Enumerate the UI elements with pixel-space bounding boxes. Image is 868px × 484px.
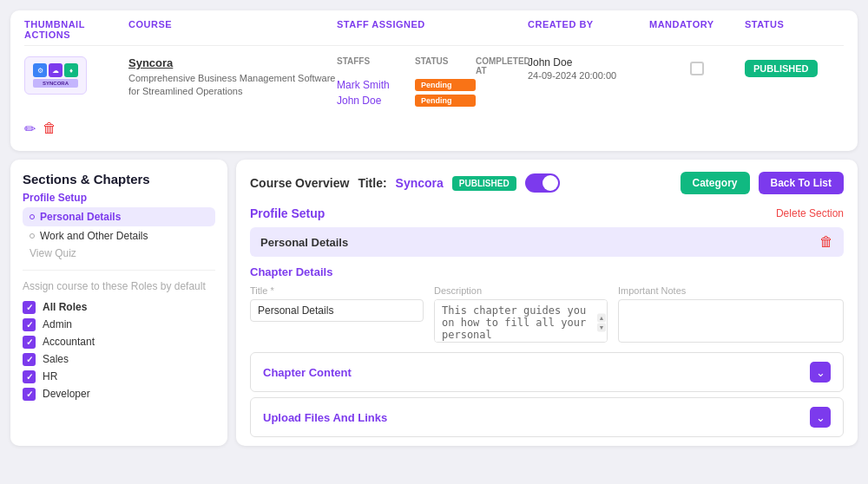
description-field: Description This chapter guides you on h… bbox=[434, 285, 608, 345]
course-description: Comprehensive Business Management Softwa… bbox=[128, 72, 337, 99]
assign-roles-section: Assign course to these Roles by default … bbox=[23, 270, 215, 405]
checkbox-accountant[interactable]: ✓ bbox=[23, 336, 36, 349]
view-quiz-link[interactable]: View Quiz bbox=[23, 247, 215, 259]
left-panel: Sections & Chapters Profile Setup Person… bbox=[10, 160, 227, 446]
created-by-name: John Doe bbox=[528, 56, 649, 69]
created-by-date: 24-09-2024 20:00:00 bbox=[528, 70, 649, 81]
description-textarea[interactable]: This chapter guides you on how to fill a… bbox=[434, 299, 608, 343]
header-mandatory: MANDATORY bbox=[649, 19, 745, 29]
publish-toggle[interactable] bbox=[525, 173, 560, 193]
mandatory-checkbox[interactable] bbox=[690, 62, 704, 75]
staff-link-mark[interactable]: Mark Smith bbox=[337, 79, 415, 91]
personal-details-block: Personal Details 🗑 bbox=[250, 227, 844, 257]
header-actions: ACTIONS bbox=[24, 29, 128, 40]
accordion-chapter-content-chevron: ⌄ bbox=[810, 362, 831, 383]
staff-link-john[interactable]: John Doe bbox=[337, 95, 415, 107]
thumb-icon-1: ⚙ bbox=[33, 63, 47, 77]
back-to-list-button[interactable]: Back To List bbox=[759, 172, 844, 194]
profile-setup-section-title: Profile Setup bbox=[250, 206, 325, 220]
accordion-upload-files-chevron: ⌄ bbox=[810, 407, 831, 428]
bottom-section: Sections & Chapters Profile Setup Person… bbox=[10, 160, 858, 446]
role-accountant-label: Accountant bbox=[43, 336, 95, 348]
role-hr-label: HR bbox=[43, 370, 57, 383]
role-admin-label: Admin bbox=[43, 318, 72, 330]
description-wrapper: This chapter guides you on how to fill a… bbox=[434, 299, 608, 345]
scroll-indicator: ▲ ▼ bbox=[597, 313, 606, 331]
toggle-knob bbox=[542, 175, 558, 191]
chapter-personal-label: Personal Details bbox=[40, 211, 121, 223]
role-developer: ✓ Developer bbox=[23, 388, 215, 401]
personal-details-title: Personal Details bbox=[260, 236, 348, 249]
notes-textarea[interactable] bbox=[618, 299, 844, 343]
delete-icon[interactable]: 🗑 bbox=[43, 121, 56, 136]
checkbox-developer[interactable]: ✓ bbox=[23, 388, 36, 401]
course-overview-label: Course Overview bbox=[250, 176, 349, 190]
status-cell: PUBLISHED bbox=[745, 53, 814, 81]
role-developer-label: Developer bbox=[43, 388, 90, 400]
role-sales-label: Sales bbox=[43, 353, 69, 365]
checkbox-all-roles[interactable]: ✓ bbox=[23, 301, 36, 314]
staff-row-1: Mark Smith Pending bbox=[337, 79, 528, 91]
profile-setup-section: Profile Setup Delete Section bbox=[250, 206, 844, 220]
staff-sub-header: STAFFS STATUS COMPLETED AT bbox=[337, 56, 528, 75]
sections-title: Sections & Chapters bbox=[23, 172, 215, 186]
scroll-down-btn[interactable]: ▼ bbox=[597, 323, 606, 331]
staff-cell: STAFFS STATUS COMPLETED AT Mark Smith Pe… bbox=[337, 53, 528, 114]
right-panel: Course Overview Title: Syncora PUBLISHED… bbox=[236, 160, 858, 446]
title-label: Title: bbox=[358, 176, 386, 190]
sections-chapters-block: Sections & Chapters Profile Setup Person… bbox=[23, 172, 215, 259]
role-admin: ✓ Admin bbox=[23, 318, 215, 331]
role-all-roles: ✓ All Roles bbox=[23, 301, 215, 314]
chapter-personal-details[interactable]: Personal Details bbox=[23, 207, 215, 226]
accordion-upload-files[interactable]: Upload Files And Links ⌄ bbox=[250, 397, 844, 437]
chapter-details-section: Chapter Details Title * Description This… bbox=[250, 265, 844, 345]
header-created-by: CREATED BY bbox=[528, 19, 649, 29]
delete-section-link[interactable]: Delete Section bbox=[776, 207, 844, 219]
staff-row-2: John Doe Pending bbox=[337, 95, 528, 107]
description-field-label: Description bbox=[434, 285, 608, 296]
staff-col-staffs: STAFFS bbox=[337, 56, 415, 75]
course-name[interactable]: Syncora bbox=[128, 56, 337, 69]
course-thumbnail: ⚙ ☁ ♦ SYNCORA bbox=[24, 56, 87, 95]
assign-roles-title: Assign course to these Roles by default bbox=[23, 279, 215, 294]
notes-field-label: Important Notes bbox=[618, 285, 844, 296]
created-by-cell: John Doe 24-09-2024 20:00:00 bbox=[528, 53, 649, 84]
scroll-up-btn[interactable]: ▲ bbox=[597, 313, 606, 322]
table-header: THUMBNAIL COURSE STAFF ASSIGNED CREATED … bbox=[24, 19, 844, 46]
chapter-dot-empty bbox=[30, 233, 35, 239]
personal-details-delete-icon[interactable]: 🗑 bbox=[819, 234, 833, 250]
edit-icon[interactable]: ✏ bbox=[24, 121, 36, 137]
category-button[interactable]: Category bbox=[681, 172, 750, 194]
course-table: THUMBNAIL COURSE STAFF ASSIGNED CREATED … bbox=[10, 10, 858, 151]
role-sales: ✓ Sales bbox=[23, 353, 215, 366]
checkbox-admin[interactable]: ✓ bbox=[23, 318, 36, 331]
header-thumbnail: THUMBNAIL bbox=[24, 19, 128, 29]
mandatory-cell bbox=[649, 53, 745, 79]
status-badge: PUBLISHED bbox=[745, 60, 818, 77]
chapter-dot-active bbox=[30, 214, 35, 219]
role-accountant: ✓ Accountant bbox=[23, 336, 215, 349]
course-title-value: Syncora bbox=[396, 176, 444, 190]
checkbox-hr[interactable]: ✓ bbox=[23, 370, 36, 383]
table-row: ⚙ ☁ ♦ SYNCORA Syncora Comprehensive Busi… bbox=[24, 53, 844, 141]
profile-setup-label[interactable]: Profile Setup bbox=[23, 192, 215, 204]
header-status: STATUS bbox=[745, 19, 814, 29]
thumb-icon-3: ♦ bbox=[64, 63, 78, 77]
thumb-icon-2: ☁ bbox=[49, 63, 62, 77]
header-course: COURSE bbox=[128, 19, 337, 29]
published-badge: PUBLISHED bbox=[452, 176, 516, 191]
chapter-fields: Title * Description This chapter guides … bbox=[250, 285, 844, 345]
title-field: Title * bbox=[250, 285, 424, 322]
accordion-chapter-content-title: Chapter Content bbox=[263, 366, 352, 379]
staff-status-john: Pending bbox=[415, 95, 476, 107]
thumbnail-cell: ⚙ ☁ ♦ SYNCORA bbox=[24, 53, 128, 98]
role-all-label: All Roles bbox=[43, 301, 87, 313]
accordion-upload-files-title: Upload Files And Links bbox=[263, 411, 387, 424]
title-input[interactable] bbox=[250, 299, 424, 322]
accordion-chapter-content[interactable]: Chapter Content ⌄ bbox=[250, 352, 844, 392]
staff-col-status: STATUS bbox=[415, 56, 476, 75]
checkbox-sales[interactable]: ✓ bbox=[23, 353, 36, 366]
actions-cell: ✏ 🗑 bbox=[24, 114, 128, 141]
chapter-work-details[interactable]: Work and Other Details bbox=[23, 226, 215, 245]
course-overview-header: Course Overview Title: Syncora PUBLISHED… bbox=[250, 172, 844, 194]
